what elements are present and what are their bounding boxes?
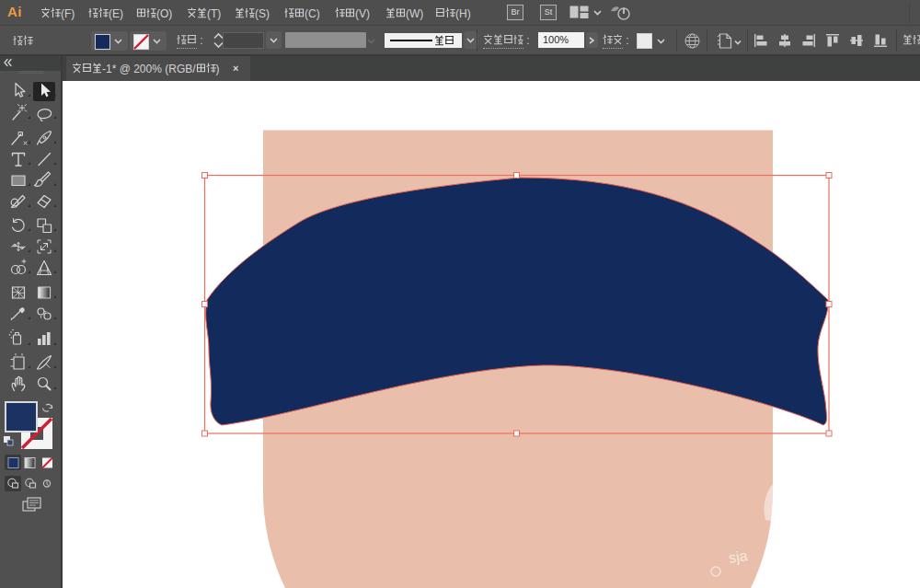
svg-text:sja: sja	[728, 548, 749, 566]
